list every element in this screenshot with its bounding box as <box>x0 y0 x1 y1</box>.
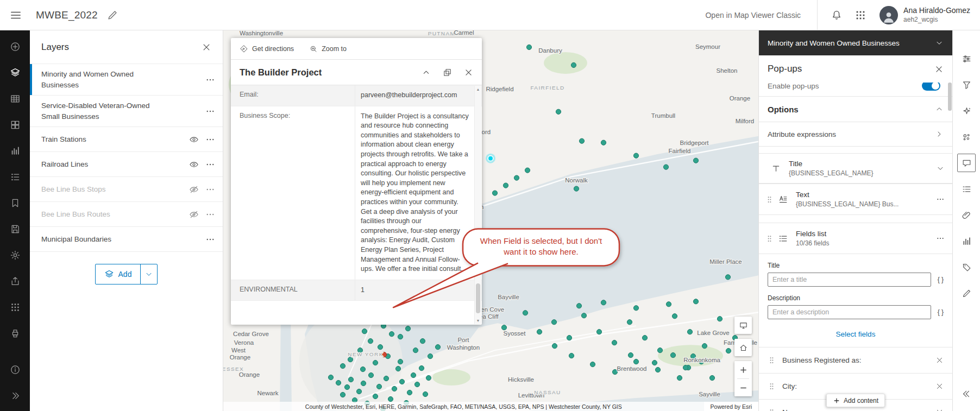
business-dot[interactable] <box>413 348 418 353</box>
layers-icon[interactable] <box>0 60 30 86</box>
layer-item[interactable]: Bee Line Bus Routes <box>30 202 223 227</box>
map-properties-icon[interactable] <box>0 242 30 268</box>
business-dot[interactable] <box>633 306 638 311</box>
close-icon[interactable] <box>934 65 944 74</box>
fields-icon[interactable] <box>953 176 980 202</box>
zoom-to-button[interactable]: Zoom to <box>309 45 347 53</box>
drag-handle-icon[interactable] <box>768 382 776 390</box>
add-layer-button[interactable]: Add <box>95 264 158 284</box>
business-dot[interactable] <box>652 361 657 365</box>
business-dot[interactable] <box>551 320 556 325</box>
options-menu-icon[interactable] <box>936 195 945 204</box>
business-dot[interactable] <box>373 361 378 365</box>
charts-icon[interactable] <box>0 138 30 164</box>
select-fields-link[interactable]: Select fields <box>768 330 944 338</box>
business-dot[interactable] <box>389 332 394 337</box>
labels-icon[interactable] <box>953 254 980 280</box>
description-expression-button[interactable]: { } <box>938 308 944 316</box>
business-dot[interactable] <box>726 349 731 353</box>
add-layer-icon[interactable] <box>0 34 30 60</box>
print-icon[interactable] <box>0 320 30 346</box>
add-layer-main[interactable]: Add <box>96 264 141 284</box>
business-dot[interactable] <box>428 354 432 359</box>
chevron-up-icon[interactable] <box>935 105 944 113</box>
text-block[interactable]: Text {BUSINESS_LEGAL_NAME} Bus... <box>759 184 952 215</box>
properties-icon[interactable] <box>953 46 980 72</box>
remove-field-icon[interactable] <box>935 408 944 411</box>
layer-item[interactable]: Municipal Boundaries <box>30 227 223 252</box>
business-dot[interactable] <box>642 336 647 340</box>
effects-icon[interactable] <box>953 98 980 124</box>
business-dot[interactable] <box>492 191 497 195</box>
attribute-expressions-row[interactable]: Attribute expressions <box>759 122 952 147</box>
business-dot[interactable] <box>663 165 668 169</box>
drag-handle-icon[interactable] <box>768 356 776 364</box>
home-button[interactable] <box>734 339 752 356</box>
layer-options-icon[interactable] <box>205 160 215 169</box>
business-dot[interactable] <box>693 299 698 304</box>
business-dot[interactable] <box>576 303 581 308</box>
menu-icon[interactable] <box>10 9 22 21</box>
close-icon[interactable] <box>202 42 211 52</box>
scroll-down-icon[interactable]: ▼ <box>475 319 481 323</box>
layer-options-icon[interactable] <box>205 75 215 85</box>
visibility-icon[interactable] <box>189 135 199 144</box>
layer-options-icon[interactable] <box>205 135 215 144</box>
zoom-out-button[interactable] <box>734 379 752 396</box>
avatar[interactable] <box>880 6 898 24</box>
business-dot[interactable] <box>336 380 341 385</box>
drag-handle-icon[interactable] <box>765 235 774 243</box>
save-icon[interactable] <box>0 216 30 242</box>
add-layer-dropdown[interactable] <box>141 264 157 284</box>
business-dot[interactable] <box>398 334 403 339</box>
popup-field-item[interactable]: Business Registered as: <box>759 347 952 373</box>
business-dot[interactable] <box>633 153 638 158</box>
business-dot[interactable] <box>537 330 542 334</box>
drag-handle-icon[interactable] <box>765 195 774 204</box>
business-dot[interactable] <box>612 340 617 345</box>
tables-icon[interactable] <box>0 86 30 112</box>
business-dot[interactable] <box>392 386 397 391</box>
business-dot[interactable] <box>368 339 373 344</box>
options-section-header[interactable]: Options <box>759 97 952 122</box>
powered-by-esri[interactable]: Powered by Esri <box>704 402 758 411</box>
business-dot[interactable] <box>567 336 571 340</box>
map[interactable]: WashingtonvillePUTNAMCarmelDanburySeymou… <box>223 30 758 411</box>
business-dot[interactable] <box>581 313 586 318</box>
business-dot[interactable] <box>407 390 412 395</box>
business-dot[interactable] <box>633 359 638 364</box>
business-dot[interactable] <box>420 339 425 344</box>
business-dot[interactable] <box>373 394 378 399</box>
business-dot[interactable] <box>574 186 579 191</box>
title-input[interactable] <box>768 273 931 287</box>
remove-field-icon[interactable] <box>935 356 944 364</box>
business-dot[interactable] <box>601 300 606 305</box>
business-dot[interactable] <box>348 357 353 362</box>
business-dot[interactable] <box>414 382 419 387</box>
chevron-down-icon[interactable] <box>936 164 945 173</box>
options-menu-icon[interactable] <box>936 234 945 243</box>
scroll-thumb[interactable] <box>476 283 480 313</box>
business-dot[interactable] <box>677 375 682 380</box>
layer-item[interactable]: Service-Disabled Veteran-Owned Small Bus… <box>30 96 223 127</box>
create-app-icon[interactable] <box>0 294 30 320</box>
business-dot[interactable] <box>628 353 633 358</box>
business-dot[interactable] <box>501 325 506 330</box>
business-dot[interactable] <box>556 109 561 114</box>
chevron-right-icon[interactable] <box>935 130 944 138</box>
business-dot[interactable] <box>725 275 730 280</box>
layer-settings-header[interactable]: Minority and Women Owned Businesses <box>759 30 952 55</box>
business-dot[interactable] <box>360 367 365 372</box>
business-dot[interactable] <box>399 379 404 384</box>
layer-options-icon[interactable] <box>205 106 215 116</box>
aggregation-icon[interactable] <box>953 124 980 150</box>
business-dot[interactable] <box>655 368 660 372</box>
business-dot[interactable] <box>709 375 714 380</box>
business-dot[interactable] <box>523 311 527 315</box>
selected-business-dot[interactable] <box>488 156 493 161</box>
title-expression-button[interactable]: { } <box>938 276 944 283</box>
get-directions-button[interactable]: Get directions <box>240 45 294 53</box>
add-content-button[interactable]: Add content <box>826 394 885 407</box>
open-classic-link[interactable]: Open in Map Viewer Classic <box>705 11 801 20</box>
business-dot[interactable] <box>571 62 576 67</box>
